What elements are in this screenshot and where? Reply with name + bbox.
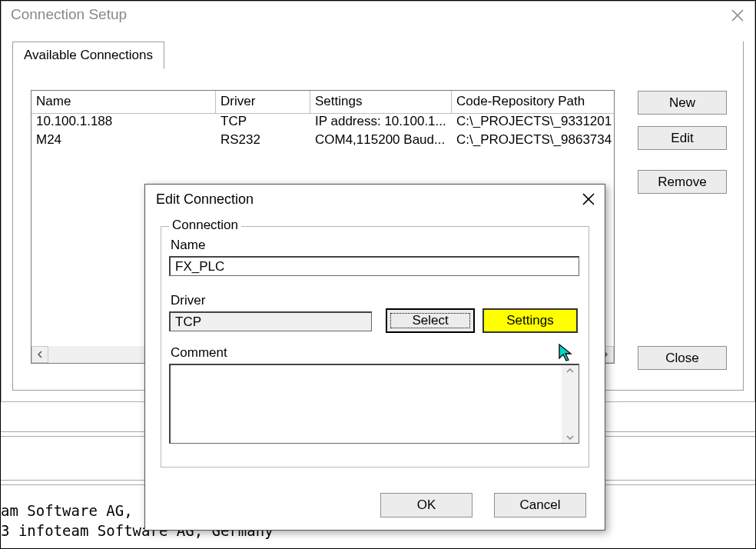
- new-button[interactable]: New: [638, 91, 727, 115]
- edit-connection-dialog: Edit Connection Connection Name FX_PLC D…: [144, 184, 605, 531]
- table-row[interactable]: 10.100.1.188 TCP IP address: 10.100.1...…: [32, 114, 614, 132]
- scroll-up-icon[interactable]: [566, 365, 574, 376]
- cell-driver: TCP: [216, 114, 310, 132]
- table-row[interactable]: M24 RS232 COM4,115200 Baud... C:\_PROJEC…: [32, 132, 614, 151]
- window-title: Connection Setup: [2, 2, 754, 28]
- driver-display: TCP: [169, 311, 372, 331]
- comment-label: Comment: [171, 345, 227, 361]
- close-button[interactable]: Close: [638, 346, 727, 370]
- scroll-left-icon[interactable]: [32, 346, 48, 363]
- edit-button[interactable]: Edit: [638, 126, 727, 150]
- cell-driver: RS232: [216, 132, 310, 151]
- ok-button[interactable]: OK: [380, 493, 472, 517]
- driver-label: Driver: [171, 293, 205, 308]
- column-header-driver[interactable]: Driver: [216, 91, 310, 114]
- mouse-cursor-icon: [558, 343, 575, 363]
- footer-line1: am Software AG,: [1, 502, 133, 519]
- connection-group: Connection Name FX_PLC Driver TCP Select…: [161, 226, 589, 467]
- dialog-title: Edit Connection: [145, 185, 605, 214]
- close-icon[interactable]: [577, 188, 600, 211]
- cell-name: M24: [32, 132, 216, 151]
- stage: Connection Setup Available Connections N…: [0, 0, 756, 549]
- cell-settings: IP address: 10.100.1...: [310, 114, 452, 132]
- column-header-settings[interactable]: Settings: [310, 91, 452, 114]
- name-input[interactable]: FX_PLC: [169, 256, 579, 276]
- select-button-label: Select: [412, 313, 448, 328]
- select-button[interactable]: Select: [386, 308, 475, 333]
- group-label: Connection: [169, 218, 241, 233]
- comment-textarea[interactable]: [169, 364, 579, 444]
- listview-header: Name Driver Settings Code-Repository Pat…: [32, 91, 614, 114]
- settings-button[interactable]: Settings: [482, 308, 578, 333]
- cell-path: C:\_PROJECTS\_9331201: [452, 114, 614, 132]
- textarea-vscrollbar[interactable]: [562, 365, 579, 443]
- remove-button[interactable]: Remove: [638, 170, 727, 194]
- cancel-button[interactable]: Cancel: [494, 493, 586, 517]
- cell-path: C:\_PROJECTS\_9863734: [452, 132, 614, 151]
- cell-settings: COM4,115200 Baud...: [310, 132, 452, 151]
- tab-available-connections[interactable]: Available Connections: [12, 42, 164, 69]
- column-header-name[interactable]: Name: [32, 91, 216, 114]
- scroll-down-icon[interactable]: [566, 432, 574, 443]
- cell-name: 10.100.1.188: [32, 114, 216, 132]
- column-header-path[interactable]: Code-Repository Path: [452, 91, 614, 114]
- name-label: Name: [171, 238, 205, 253]
- settings-button-label: Settings: [506, 313, 553, 328]
- close-icon[interactable]: [727, 5, 748, 26]
